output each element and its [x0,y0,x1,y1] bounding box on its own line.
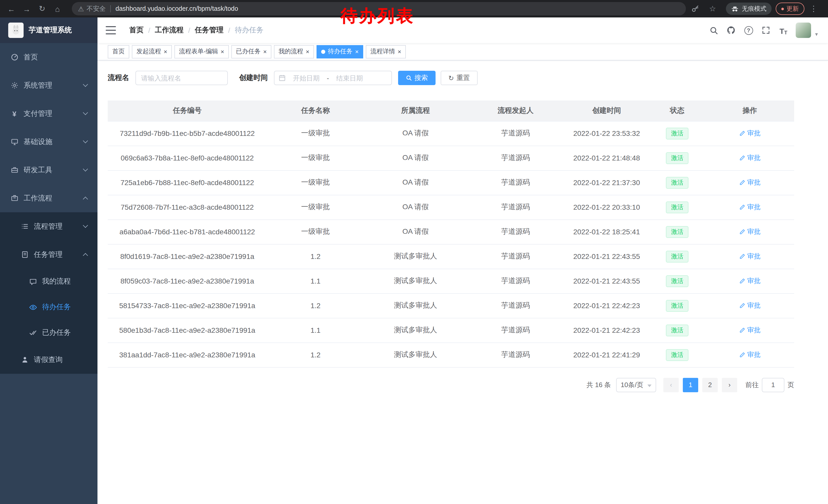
approve-link[interactable]: 审批 [739,178,760,187]
back-icon[interactable]: ← [5,4,17,13]
navbar: 首页 / 工作流程 / 任务管理 / 待办任务 ? [97,17,828,43]
security-label[interactable]: 不安全 [86,4,106,13]
search-button[interactable]: 搜索 [398,71,436,85]
tab-close-icon[interactable]: × [306,48,309,55]
date-range-picker[interactable]: - [274,71,392,85]
col-task-id: 任务编号 [108,100,267,121]
avatar[interactable] [796,22,811,38]
pagination: 共 16 条 10条/页 ‹ 1 2 › 前往 页 [108,378,794,392]
page-size-select[interactable]: 10条/页 [616,378,656,392]
cell-process: OA 请假 [364,121,467,146]
breadcrumb-item[interactable]: 首页 [129,26,143,35]
search-icon[interactable] [708,25,719,35]
next-page-button[interactable]: › [722,378,737,392]
tab-done-tasks[interactable]: 已办任务 × [232,45,272,58]
home-icon[interactable]: ⌂ [51,4,64,13]
cell-initiator: 芋道源码 [467,170,564,195]
cell-process: OA 请假 [364,146,467,170]
sidebar-item-label: 流程管理 [34,222,63,231]
tab-home[interactable]: 首页 [108,45,129,58]
cell-task-name: 一级审批 [267,195,364,220]
sidebar-item-infrastructure[interactable]: 基础设施 [0,128,97,156]
sidebar-item-label: 支付管理 [24,109,52,118]
sidebar-item-system[interactable]: 系统管理 [0,71,97,99]
edit-icon [739,179,745,186]
table-row: 069c6a63-7b8a-11ec-8ef0-acde48001122 一级审… [108,146,794,170]
fullscreen-icon[interactable] [761,25,771,35]
tab-close-icon[interactable]: × [355,48,359,55]
cell-task-id: 069c6a63-7b8a-11ec-8ef0-acde48001122 [108,146,267,170]
update-button[interactable]: 更新 [776,3,804,15]
main-area: 首页 / 工作流程 / 任务管理 / 待办任务 ? [97,17,828,504]
cell-process: 测试多审批人 [364,244,467,269]
password-key-icon[interactable] [691,5,703,13]
sidebar-item-workflow[interactable]: 工作流程 [0,184,97,212]
sidebar-item-payment[interactable]: ¥ 支付管理 [0,99,97,128]
cell-task-name: 1.1 [267,269,364,293]
approve-link[interactable]: 审批 [739,153,760,163]
tab-close-icon[interactable]: × [398,48,401,55]
page-button-2[interactable]: 2 [702,378,718,392]
github-icon[interactable] [726,25,736,35]
tab-close-icon[interactable]: × [220,48,224,55]
sidebar-item-done-tasks[interactable]: 已办任务 [0,320,97,346]
approve-link[interactable]: 审批 [739,129,760,138]
end-date-input[interactable] [331,74,368,82]
sidebar-item-process-management[interactable]: 流程管理 [0,212,97,240]
dashboard-icon [10,53,18,61]
content: 流程名 创建时间 - 搜索 ↻ 重置 [97,60,828,504]
cell-initiator: 芋道源码 [467,318,564,342]
approve-link[interactable]: 审批 [739,301,760,310]
forward-icon[interactable]: → [20,4,33,13]
tab-close-icon[interactable]: × [263,48,267,55]
tab-label: 待办任务 [328,47,353,56]
breadcrumb-item[interactable]: 任务管理 [195,26,224,35]
tab-close-icon[interactable]: × [164,48,167,55]
address-bar[interactable]: ⚠ 不安全 dashboard.yudao.iocoder.cn/bpm/tas… [72,2,686,15]
browser-menu-dots-icon[interactable]: ⋮ [808,4,820,13]
tab-label: 流程表单-编辑 [179,47,218,56]
edit-icon [739,155,745,161]
page-size-value: 10条/页 [621,380,643,390]
sidebar-item-home[interactable]: 首页 [0,43,97,71]
cell-task-id: 58154733-7ac8-11ec-a9e2-a2380e71991a [108,293,267,318]
refresh-icon[interactable]: ↻ [36,4,48,13]
approve-link[interactable]: 审批 [739,326,760,335]
help-icon[interactable]: ? [743,25,754,35]
tab-my-process[interactable]: 我的流程 × [274,45,314,58]
approve-link[interactable]: 审批 [739,276,760,286]
sidebar-item-todo-tasks[interactable]: 待办任务 [0,294,97,320]
chevron-up-icon [83,197,88,202]
start-date-input[interactable] [288,74,325,82]
url-text[interactable]: dashboard.yudao.iocoder.cn/bpm/task/todo [115,5,238,12]
incognito-icon [731,5,739,12]
sidebar-item-label: 请假查询 [34,355,63,364]
cell-task-name: 一级审批 [267,170,364,195]
table-row: 75d72608-7b7f-11ec-a3c8-acde48001122 一级审… [108,195,794,220]
bookmark-star-icon[interactable]: ☆ [706,4,719,13]
tab-start-process[interactable]: 发起流程 × [132,45,172,58]
sidebar-item-task-management[interactable]: 任务管理 [0,240,97,269]
tab-process-detail[interactable]: 流程详情 × [366,45,406,58]
logo[interactable]: 芋道管理系统 [0,17,97,43]
approve-link[interactable]: 审批 [739,252,760,261]
tab-form-edit[interactable]: 流程表单-编辑 × [174,45,229,58]
cell-create-time: 2022-01-21 22:43:55 [564,244,649,269]
sidebar-item-my-process[interactable]: 我的流程 [0,269,97,294]
sidebar-item-leave-query[interactable]: 请假查询 [0,346,97,374]
sidebar-item-devtools[interactable]: 研发工具 [0,156,97,184]
sidebar-collapse-icon[interactable] [106,26,116,34]
breadcrumb-separator: / [148,26,150,34]
process-name-input[interactable] [135,71,228,85]
font-size-icon[interactable]: TT [778,25,788,35]
cell-process: OA 请假 [364,170,467,195]
breadcrumb-item[interactable]: 工作流程 [155,26,184,35]
tab-todo-tasks[interactable]: 待办任务 × [317,45,363,58]
page-button-1[interactable]: 1 [683,378,698,392]
approve-link[interactable]: 审批 [739,227,760,236]
prev-page-button[interactable]: ‹ [663,378,679,392]
approve-link[interactable]: 审批 [739,350,760,359]
goto-page-input[interactable] [762,378,784,392]
approve-link[interactable]: 审批 [739,202,760,212]
reset-button[interactable]: ↻ 重置 [441,71,478,85]
